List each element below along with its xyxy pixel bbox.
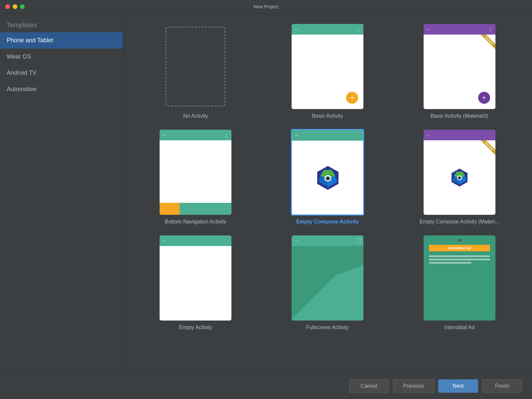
template-bottom-nav[interactable]: ← ⋮ Bottom Navigation Activity xyxy=(136,129,255,225)
sidebar-item-phone-tablet[interactable]: Phone and Tablet xyxy=(0,32,123,49)
template-basic-activity[interactable]: ← ⋮ + Basic Activity xyxy=(268,23,387,119)
arrow-left-icon: ← xyxy=(294,27,299,32)
minimize-button[interactable] xyxy=(13,4,17,9)
dots-icon-bn: ⋮ xyxy=(224,132,229,138)
template-card-basic-activity[interactable]: ← ⋮ + xyxy=(291,23,364,110)
phone-body-empty-compose-material xyxy=(424,140,495,215)
template-card-basic-activity-material3[interactable]: ← ⋮ + xyxy=(423,23,496,110)
template-card-bottom-nav[interactable]: ← ⋮ xyxy=(159,129,232,215)
template-fullscreen[interactable]: ← ⛶ Fullscreen Activity xyxy=(268,235,387,331)
next-button[interactable]: Next xyxy=(438,379,478,393)
template-card-fullscreen[interactable]: ← ⛶ xyxy=(291,235,364,321)
template-label-fullscreen: Fullscreen Activity xyxy=(306,325,349,331)
content-area: No Activity ← ⋮ + Basic Activity xyxy=(123,13,532,372)
sidebar-item-wear-os[interactable]: Wear OS xyxy=(0,49,123,65)
no-activity-dashed-box xyxy=(166,27,225,106)
arrow-left-icon-ea: ← xyxy=(162,238,167,243)
phone-footer-nav xyxy=(160,203,231,215)
arrow-left-icon-ec: ← xyxy=(295,133,299,138)
templates-grid: No Activity ← ⋮ + Basic Activity xyxy=(136,23,519,337)
ad-banner-label: Interstitial Ad xyxy=(429,245,490,251)
previous-button[interactable]: Previous xyxy=(393,379,434,393)
compose-logo xyxy=(315,165,341,191)
phone-mock-empty-activity: ← xyxy=(160,235,231,321)
phone-header-empty-activity: ← xyxy=(160,235,231,246)
template-label-interstitial-ad: Interstitial Ad xyxy=(444,325,475,331)
template-card-empty-compose-material[interactable]: ← xyxy=(423,129,496,215)
template-card-empty-activity[interactable]: ← xyxy=(159,235,232,321)
arrow-left-icon-ecm: ← xyxy=(426,132,431,138)
phone-body-bottom-nav xyxy=(160,140,231,203)
phone-mock-empty-compose: ← xyxy=(292,130,364,215)
expand-icon-fs: ⛶ xyxy=(356,238,361,243)
phone-body-empty-activity xyxy=(160,246,231,321)
phone-header-empty-compose-m: ← xyxy=(424,130,495,140)
dots-icon-m3: ⋮ xyxy=(488,27,493,32)
phone-mock-basic-activity: ← ⋮ + xyxy=(292,24,363,109)
cancel-button[interactable]: Cancel xyxy=(349,379,389,393)
ad-dot xyxy=(458,239,461,242)
phone-header-basic-activity: ← ⋮ xyxy=(292,24,363,35)
fab-material3: + xyxy=(478,92,490,104)
fullscreen-diagonal xyxy=(292,246,363,321)
sidebar-header: Templates xyxy=(0,17,123,32)
phone-body-material3: + xyxy=(424,35,495,109)
footer-bar: Cancel Previous Next Finish xyxy=(0,372,532,399)
phone-mock-empty-compose-material: ← xyxy=(424,130,495,215)
ad-line-1 xyxy=(429,255,490,257)
template-no-activity[interactable]: No Activity xyxy=(136,23,255,119)
template-label-basic-activity: Basic Activity xyxy=(312,113,343,119)
window-title: New Project xyxy=(253,4,278,9)
template-empty-compose-material[interactable]: ← xyxy=(400,129,519,225)
preview-badge-m3 xyxy=(479,35,495,51)
ad-line-2 xyxy=(429,259,490,260)
nav-tab-active xyxy=(160,203,180,215)
phone-header-material3: ← ⋮ xyxy=(424,24,495,35)
phone-header-bottom-nav: ← ⋮ xyxy=(160,130,231,140)
template-label-no-activity: No Activity xyxy=(183,113,208,119)
title-bar: New Project xyxy=(0,0,532,13)
phone-header-fullscreen: ← ⛶ xyxy=(292,235,363,246)
template-label-basic-activity-material3: Basic Activity (Material3) xyxy=(431,113,488,119)
arrow-left-icon-fs: ← xyxy=(294,238,299,243)
phone-mock-basic-material3: ← ⋮ + xyxy=(424,24,495,109)
arrow-left-icon-bn: ← xyxy=(162,132,167,138)
template-card-no-activity[interactable] xyxy=(159,23,232,110)
preview-badge-ecm xyxy=(479,140,495,157)
fab-basic-activity: + xyxy=(346,92,358,104)
main-content: Templates Phone and Tablet Wear OS Andro… xyxy=(0,13,532,372)
template-empty-compose[interactable]: ← xyxy=(268,129,387,225)
template-label-bottom-nav: Bottom Navigation Activity xyxy=(165,219,226,225)
template-label-empty-compose-material: Empty Compose Activity (Materi... xyxy=(420,219,499,225)
arrow-left-icon-m3: ← xyxy=(426,27,431,32)
phone-mock-fullscreen: ← ⛶ xyxy=(292,235,363,321)
ad-line-3 xyxy=(429,262,472,264)
template-empty-activity[interactable]: ← Empty Activity xyxy=(136,235,255,331)
maximize-button[interactable] xyxy=(20,4,25,9)
phone-body-basic-activity: + xyxy=(292,35,363,109)
ad-text-lines xyxy=(424,253,495,267)
template-interstitial-ad[interactable]: Interstitial Ad Interstitial Ad xyxy=(400,235,519,331)
compose-logo-m xyxy=(450,168,469,188)
phone-header-empty-compose: ← xyxy=(292,130,364,141)
dots-icon: ⋮ xyxy=(356,27,361,32)
traffic-lights xyxy=(5,4,25,9)
phone-mock-bottom-nav: ← ⋮ xyxy=(160,130,231,215)
phone-body-empty-compose xyxy=(292,141,364,215)
template-label-empty-compose: Empty Compose Activity xyxy=(296,219,359,225)
sidebar-item-android-tv[interactable]: Android TV xyxy=(0,65,123,81)
template-basic-activity-material3[interactable]: ← ⋮ + Basic Activity (Material3) xyxy=(400,23,519,119)
sidebar: Templates Phone and Tablet Wear OS Andro… xyxy=(0,13,123,372)
template-card-interstitial-ad[interactable]: Interstitial Ad xyxy=(423,235,496,321)
finish-button[interactable]: Finish xyxy=(482,379,522,393)
template-card-empty-compose[interactable]: ← xyxy=(291,129,364,215)
template-label-empty-activity: Empty Activity xyxy=(179,325,212,331)
sidebar-item-automotive[interactable]: Automotive xyxy=(0,81,123,97)
close-button[interactable] xyxy=(5,4,10,9)
phone-mock-interstitial-ad: Interstitial Ad xyxy=(424,235,495,321)
